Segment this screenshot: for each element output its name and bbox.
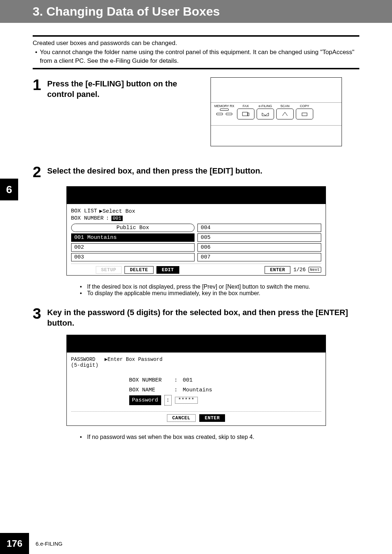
- pw-password-label: Password: [129, 395, 161, 405]
- intro-bullet-text: You cannot change the folder name using …: [40, 48, 359, 66]
- intro-block: Created user boxes and passwords can be …: [33, 39, 359, 66]
- step-number: 1: [33, 77, 47, 93]
- panel-label-copy: COPY: [300, 104, 309, 108]
- box-item-002[interactable]: 002: [71, 243, 195, 252]
- scan-icon: [281, 111, 289, 117]
- panel-label-fax: FAX: [242, 104, 249, 108]
- box-item-public[interactable]: Public Box: [71, 224, 195, 232]
- box-number-value: 001: [111, 216, 123, 221]
- box-item-005[interactable]: 005: [197, 233, 321, 242]
- note-text: To display the applicable menu immediate…: [87, 290, 260, 297]
- bullet-dot: •: [33, 48, 40, 66]
- step3-notes: •If no password was set when the box was…: [80, 434, 359, 440]
- step-text: Key in the password (5 digits) for the s…: [47, 306, 359, 328]
- step-3: 3 Key in the password (5 digits) for the…: [33, 306, 359, 328]
- pw-password-value[interactable]: *****: [175, 397, 198, 404]
- box-item-003[interactable]: 003: [71, 253, 195, 261]
- divider: [33, 68, 359, 69]
- memory-slot-icon: [220, 109, 229, 111]
- svg-rect-2: [302, 113, 307, 116]
- five-digit-label: (5-digit): [71, 362, 321, 368]
- control-panel-figure: MEMORY RX FAX e-FILING: [211, 77, 342, 146]
- step-text: Select the desired box, and then press t…: [47, 164, 359, 176]
- box-list-label: BOX LIST: [71, 208, 97, 214]
- pw-boxname-label: BOX NAME: [129, 385, 169, 395]
- footer-section: 6.e-FILING: [36, 541, 62, 547]
- fax-button[interactable]: [237, 109, 254, 119]
- step-text: Press the [e-FILING] button on the contr…: [47, 77, 203, 99]
- password-header: PASSWORD: [71, 357, 95, 362]
- intro-lead: Created user boxes and passwords can be …: [33, 39, 359, 48]
- note-text: If no password was set when the box was …: [87, 434, 254, 440]
- cancel-button[interactable]: CANCEL: [167, 414, 196, 422]
- copy-icon: [301, 111, 309, 117]
- box-item-001[interactable]: 001 Mountains: [71, 233, 195, 242]
- edit-button[interactable]: EDIT: [156, 266, 179, 274]
- inbox-icon: [261, 111, 269, 117]
- enter-password-label: ▶Enter Box Password: [105, 357, 163, 362]
- pw-boxnumber-label: BOX NUMBER: [129, 375, 169, 385]
- step-number: 3: [33, 306, 47, 321]
- step2-notes: •If the desired box is not displayed, pr…: [80, 284, 359, 297]
- box-item-004[interactable]: 004: [197, 224, 321, 232]
- fax-icon: [242, 111, 250, 117]
- box-item-006[interactable]: 006: [197, 243, 321, 252]
- efiling-button[interactable]: [257, 109, 274, 119]
- scan-button[interactable]: [276, 109, 294, 119]
- page-title: 3. Changing Data of User Boxes: [33, 4, 392, 19]
- page-footer: 176 6.e-FILING: [0, 533, 392, 554]
- pw-boxname-value: Mountains: [183, 387, 212, 393]
- screen-topbar: [67, 335, 326, 353]
- pw-boxnumber-value: 001: [183, 377, 193, 383]
- note-text: If the desired box is not displayed, pre…: [87, 284, 310, 290]
- step-number: 2: [33, 164, 47, 180]
- panel-label-efiling: e-FILING: [258, 104, 272, 108]
- setup-button[interactable]: SETUP: [96, 266, 122, 274]
- screen-topbar: [67, 187, 326, 204]
- enter-button[interactable]: ENTER: [199, 414, 225, 422]
- page-number: 176: [0, 533, 29, 554]
- panel-label-scan: SCAN: [280, 104, 289, 108]
- box-item-007[interactable]: 007: [197, 253, 321, 261]
- select-box-label: ▶Select Box: [99, 208, 135, 215]
- box-number-label: BOX NUMBER: [71, 215, 104, 221]
- lcd-screen-boxlist: BOX LIST ▶Select Box BOX NUMBER : 001 Pu…: [66, 186, 326, 276]
- panel-label-memoryrx: MEMORY RX: [214, 104, 234, 108]
- page-title-bar: 3. Changing Data of User Boxes: [0, 0, 392, 23]
- chapter-tab: 6: [0, 179, 18, 200]
- lcd-screen-password: PASSWORD ▶Enter Box Password (5-digit) B…: [66, 335, 326, 426]
- step-1: 1 Press the [e-FILING] button on the con…: [33, 77, 359, 146]
- svg-rect-1: [248, 113, 249, 116]
- memory-slot-icon: [226, 113, 232, 115]
- memory-slot-icon: [216, 113, 223, 115]
- enter-button[interactable]: ENTER: [265, 266, 291, 274]
- copy-button[interactable]: [296, 109, 313, 119]
- next-button[interactable]: Next: [309, 267, 321, 273]
- delete-button[interactable]: DELETE: [124, 266, 154, 274]
- page-indicator: 1/26: [293, 267, 306, 273]
- svg-rect-0: [242, 112, 248, 116]
- divider: [33, 35, 359, 37]
- step-2: 2 Select the desired box, and then press…: [33, 164, 359, 180]
